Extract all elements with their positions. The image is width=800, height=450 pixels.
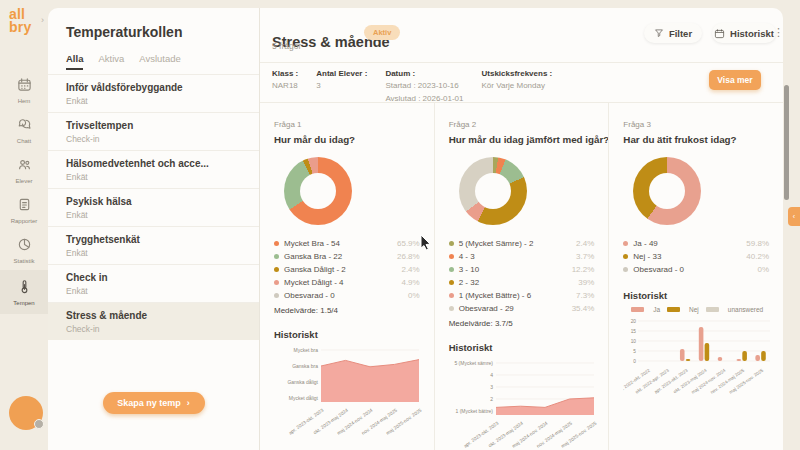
- donut-chart: [459, 157, 527, 225]
- bar-legend-swatch: [667, 307, 680, 312]
- historic-bar-chart: 05101520apr. 2022-okt. 2022okt. 2022-apr…: [623, 315, 771, 425]
- legend-percent: 39%: [578, 278, 594, 287]
- legend-dot: [449, 293, 454, 298]
- rail-nav-items: Hem Chatt Elever Rapporter Statistik Tem…: [0, 70, 48, 314]
- bar-legend-label: Nej: [689, 306, 699, 313]
- status-dot: [34, 419, 44, 429]
- svg-text:Mycket bra: Mycket bra: [294, 347, 319, 353]
- legend-label: 3 - 10: [459, 265, 479, 274]
- survey-list-item[interactable]: Stress & mående Check-in: [48, 302, 259, 340]
- panel-expand-button[interactable]: ‹: [788, 207, 800, 226]
- sidebar-item-rapporter[interactable]: Rapporter: [0, 190, 48, 230]
- svg-text:5: 5: [634, 349, 637, 354]
- create-temp-label: Skapa ny temp: [117, 398, 181, 408]
- sidebar-item-label: Chatt: [17, 138, 31, 144]
- legend-dot: [449, 280, 454, 285]
- question-tag: Fråga 3: [623, 120, 771, 129]
- legend-percent: 0%: [408, 291, 420, 300]
- legend-row: 1 (Mycket Bättre) - 6 7.3%: [449, 289, 597, 302]
- vertical-scrollbar[interactable]: [784, 85, 789, 200]
- survey-detail-panel: Stress & mående 5 frågor Aktiv Filter Hi…: [259, 8, 783, 450]
- calendar-icon: [714, 28, 725, 39]
- donut-hole: [300, 173, 336, 209]
- bar-legend-swatch: [631, 307, 644, 312]
- legend-label: Obesvarad - 0: [284, 291, 335, 300]
- filter-button[interactable]: Filter: [644, 23, 702, 43]
- historic-button[interactable]: Historiskt: [712, 23, 776, 43]
- svg-text:15: 15: [631, 329, 637, 334]
- legend-dot: [449, 306, 454, 311]
- bar-legend-label: Ja: [653, 306, 660, 313]
- date-start-value: Startad : 2023-10-16: [385, 81, 463, 91]
- sidebar-item-label: Statistik: [13, 258, 34, 264]
- question-tag: Fråga 1: [274, 120, 422, 129]
- report-icon: [17, 197, 32, 216]
- svg-text:Ganska dåligt: Ganska dåligt: [287, 379, 318, 385]
- legend-label: 5 (Mycket Sämre) - 2: [459, 239, 534, 248]
- question-title: Har du ätit frukost idag?: [623, 134, 771, 145]
- survey-list-item[interactable]: Check in Enkät: [48, 264, 259, 302]
- legend-label: 1 (Mycket Bättre) - 6: [459, 291, 531, 300]
- survey-info-row: Klass : NAR18 Antal Elever : 3 Datum : S…: [272, 69, 703, 104]
- svg-text:3: 3: [490, 384, 493, 390]
- svg-text:10: 10: [631, 339, 637, 344]
- donut-legend: 5 (Mycket Sämre) - 2 2.4% 4 - 3 3.7% 3 -…: [449, 237, 597, 315]
- sidebar-item-statistik[interactable]: Statistik: [0, 230, 48, 270]
- question-cards: Fråga 1 Hur mår du idag? Mycket Bra - 54…: [260, 103, 783, 450]
- legend-percent: 35.4%: [572, 304, 595, 313]
- survey-list-item[interactable]: Hälsomedvetenhet och acce... Enkät: [48, 150, 259, 188]
- historic-label: Historiskt: [730, 28, 774, 39]
- klass-value: NAR18: [272, 81, 298, 91]
- historic-section-label: Historiskt: [274, 329, 422, 340]
- logo-line-2: bry: [9, 21, 31, 34]
- app-logo: all bry: [9, 8, 31, 34]
- frequency-label: Utskicksfrekvens :: [482, 69, 553, 78]
- sidebar-item-tempen[interactable]: Tempen: [0, 270, 48, 314]
- legend-percent: 65.9%: [397, 239, 420, 248]
- legend-dot: [274, 241, 279, 246]
- survey-list-item[interactable]: Trygghetsenkät Enkät: [48, 226, 259, 264]
- survey-list-item[interactable]: Psykisk hälsa Enkät: [48, 188, 259, 226]
- students-label: Antal Elever :: [316, 69, 367, 78]
- tab-alla[interactable]: Alla: [66, 53, 83, 70]
- sidebar-item-hem[interactable]: Hem: [0, 70, 48, 110]
- header-divider: [260, 62, 783, 63]
- thermometer-icon: [17, 279, 32, 298]
- people-icon: [17, 157, 32, 176]
- show-more-button[interactable]: Visa mer: [709, 70, 761, 90]
- legend-percent: 12.2%: [572, 265, 595, 274]
- date-label: Datum :: [385, 69, 463, 78]
- students-value: 3: [316, 81, 367, 91]
- tab-avslutade[interactable]: Avslutade: [139, 53, 181, 70]
- tab-aktiva[interactable]: Aktiva: [98, 53, 124, 70]
- info-frequency: Utskicksfrekvens : Kör Varje Monday: [482, 69, 553, 104]
- survey-title: Trygghetsenkät: [66, 234, 247, 245]
- question-tag: Fråga 2: [449, 120, 597, 129]
- survey-list-item[interactable]: Trivseltempen Check-in: [48, 112, 259, 150]
- info-klass: Klass : NAR18: [272, 69, 298, 104]
- sidebar-item-label: Tempen: [13, 300, 34, 306]
- collapse-chevron-icon[interactable]: ›: [41, 15, 44, 25]
- legend-row: Obesvarad - 0 0%: [274, 289, 422, 302]
- historic-area-chart: Mycket braGanska braGanska dåligtMycket …: [274, 342, 422, 448]
- svg-text:2: 2: [490, 396, 493, 402]
- svg-text:apr. 2023-okt. 2023: apr. 2023-okt. 2023: [654, 367, 690, 394]
- panel-title: Temperaturkollen: [66, 24, 259, 40]
- survey-type: Check-in: [66, 324, 247, 334]
- average-value: Medelvärde: 3.7/5: [449, 319, 597, 328]
- bar-legend-swatch: [706, 307, 719, 312]
- create-temp-button[interactable]: Skapa ny temp ›: [103, 392, 205, 414]
- legend-dot: [449, 254, 454, 259]
- survey-title: Psykisk hälsa: [66, 196, 247, 207]
- donut-legend: Ja - 49 59.8% Nej - 33 40.2% Obesvarad -…: [623, 237, 771, 276]
- user-avatar[interactable]: [9, 396, 43, 430]
- legend-dot: [623, 254, 628, 259]
- legend-row: Ja - 49 59.8%: [623, 237, 771, 250]
- sidebar-item-chatt[interactable]: Chatt: [0, 110, 48, 150]
- survey-type: Enkät: [66, 210, 247, 220]
- legend-percent: 2.4%: [576, 239, 594, 248]
- survey-list-item[interactable]: Inför våldsförebyggande Enkät: [48, 74, 259, 112]
- sidebar-item-elever[interactable]: Elever: [0, 150, 48, 190]
- filter-label: Filter: [669, 28, 692, 39]
- more-options-icon[interactable]: ⋮: [773, 26, 784, 39]
